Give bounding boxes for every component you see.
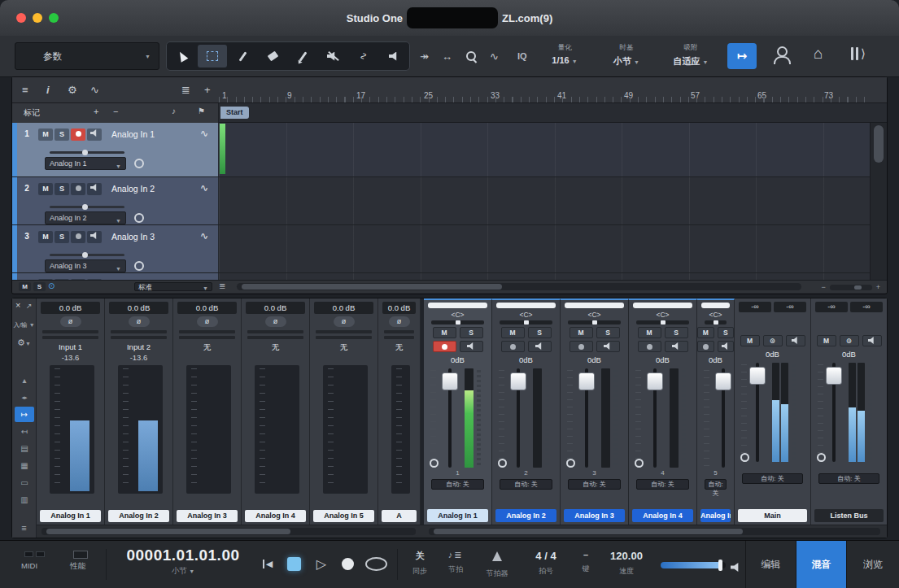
snap-dropdown[interactable]: 吸附 自适应 ▼	[661, 43, 721, 68]
input-hw-label[interactable]: Analog In 2	[108, 510, 169, 522]
inputs-filter-icon[interactable]: ↦	[15, 407, 34, 422]
input-hw-label[interactable]: Analog In 4	[245, 510, 306, 522]
phase-invert-button[interactable]: ø	[60, 316, 81, 327]
quantize-dropdown[interactable]: 量化 1/16 ▼	[539, 43, 591, 65]
record-button[interactable]	[337, 553, 358, 574]
phase-invert-button[interactable]: ø	[334, 316, 355, 327]
volume-value[interactable]: 0dB	[629, 355, 696, 365]
buses-filter-icon[interactable]: ▭	[12, 474, 37, 491]
cue-mix-knob[interactable]	[430, 459, 439, 468]
insert-slot[interactable]	[316, 330, 372, 333]
mute-button[interactable]: M	[638, 327, 661, 338]
listen-bus-strip[interactable]: -∞ -∞ M ⊙ 0dB	[811, 298, 887, 525]
macro-button[interactable]: ∿	[490, 50, 499, 63]
volume-handle[interactable]	[718, 560, 722, 571]
insert-slot[interactable]	[179, 330, 235, 333]
close-icon[interactable]: ×	[15, 300, 20, 310]
channel-name-label[interactable]: Analog In 2	[495, 509, 556, 522]
channel-strip[interactable]: <C> M S 0dB 3	[561, 298, 629, 525]
channel-name-label[interactable]: Analog In 4	[632, 509, 693, 522]
home-button[interactable]: ⌂	[814, 45, 823, 63]
track-input-select[interactable]: Analog In 3▼	[45, 259, 126, 272]
metronome-toggle[interactable]: 节拍器	[480, 550, 514, 579]
monitor-button[interactable]	[87, 231, 102, 243]
solo-button[interactable]: S	[55, 231, 69, 243]
fader-handle[interactable]	[442, 372, 458, 390]
listen-tool-button[interactable]	[380, 45, 408, 68]
insert-slot[interactable]	[384, 336, 414, 339]
monitor-button[interactable]	[718, 341, 735, 352]
sync-toggle[interactable]: 关 同步	[405, 550, 434, 577]
track-row[interactable]: 1 M S Analog In 1 ∿ Analog In 1▼	[12, 123, 870, 177]
precount-controls[interactable]: ♪≣ 节拍	[441, 550, 470, 575]
volume-value[interactable]: 0dB	[697, 355, 734, 365]
insert-slot[interactable]	[384, 330, 414, 333]
mute-button[interactable]: M	[501, 327, 525, 338]
insert-slot[interactable]	[42, 336, 98, 339]
timeline-ruler[interactable]: 1 9 17 25 33 41 49 57 65 73	[219, 77, 870, 102]
cue-mix-knob[interactable]	[635, 459, 644, 468]
monitor-button[interactable]	[87, 183, 102, 195]
stereo-width-bar[interactable]	[496, 303, 556, 308]
input-gain-display[interactable]: 0.0 dB	[177, 302, 237, 314]
eraser-tool-button[interactable]	[259, 45, 287, 68]
pan-value[interactable]: <C>	[424, 310, 491, 320]
stop-button[interactable]	[283, 553, 304, 574]
track-header[interactable]: 1 M S Analog In 1 ∿ Analog In 1▼	[12, 123, 219, 176]
track-name[interactable]: Analog In 1	[111, 129, 155, 139]
insert-slot[interactable]	[247, 336, 303, 339]
track-input-select[interactable]: Analog In 2▼	[45, 211, 126, 224]
zoom-tool-button[interactable]	[465, 50, 477, 62]
io-section-toggle[interactable]: 入/输 ▼	[12, 321, 36, 329]
track-color-strip[interactable]	[12, 177, 17, 224]
time-display[interactable]: 00001.01.01.00 小节 ▼	[114, 547, 252, 577]
track-volume-slider[interactable]	[50, 206, 124, 208]
mono-button[interactable]: ⊙	[840, 335, 859, 346]
volume-value[interactable]: 0dB	[735, 349, 810, 359]
record-arm-button[interactable]	[71, 183, 85, 195]
mute-button[interactable]: M	[38, 231, 53, 243]
mixer-menu-icon[interactable]: ≡	[12, 523, 36, 533]
monitor-button[interactable]	[596, 341, 620, 352]
track-header[interactable]: 4 M S Analog In 4 ∿	[12, 273, 219, 280]
arrow-tool-button[interactable]	[168, 45, 196, 68]
channel-name-label[interactable]: Analog In 3	[564, 509, 625, 522]
pan-slider[interactable]	[500, 320, 552, 324]
key-signature[interactable]: – 键	[574, 550, 597, 574]
solo-button[interactable]: S	[718, 327, 735, 338]
channel-name-label[interactable]: Listen Bus	[814, 509, 884, 522]
insert-slot[interactable]	[247, 330, 303, 333]
input-name[interactable]: 无	[310, 342, 377, 352]
insert-slot[interactable]	[111, 330, 167, 333]
headphones-button[interactable]	[862, 335, 882, 346]
mute-button[interactable]: M	[817, 335, 836, 346]
input-quantize-button[interactable]: IQ	[517, 51, 527, 61]
play-button[interactable]: ▷	[311, 553, 332, 574]
timestretch-button[interactable]: ↔	[442, 50, 452, 63]
stereo-width-bar[interactable]	[701, 303, 730, 308]
tempo-display[interactable]: 120.00 速度	[604, 550, 649, 577]
insert-slot[interactable]	[179, 336, 235, 339]
stereo-width-bar[interactable]	[428, 303, 487, 308]
follow-playhead-button[interactable]: ↠	[420, 50, 429, 63]
mute-button[interactable]: M	[740, 335, 760, 346]
channel-strip[interactable]: <C> M S 0dB 2	[492, 298, 561, 525]
flag-icon[interactable]: ⚑	[198, 107, 205, 115]
track-row[interactable]: 4 M S Analog In 4 ∿	[12, 273, 870, 280]
track-volume-slider[interactable]	[50, 151, 124, 154]
phase-invert-button[interactable]: ø	[265, 316, 286, 327]
input-gain-display[interactable]: 0.0 dB	[314, 302, 373, 314]
track-input-select[interactable]: Analog In 1▼	[45, 157, 126, 170]
input-strip[interactable]: 0.0 dB ø 无 A	[378, 298, 421, 525]
automation-mode[interactable]: 自动: 关	[705, 479, 727, 490]
channel-name-label[interactable]: Main	[738, 509, 807, 522]
track-name[interactable]: Analog In 2	[111, 184, 155, 194]
banks-filter-icon[interactable]: ▤	[12, 440, 37, 457]
cue-mix-knob[interactable]	[498, 459, 507, 468]
mute-button[interactable]: M	[433, 327, 456, 338]
track-header[interactable]: 3 M S Analog In 3 ∿ Analog In 3▼	[12, 225, 219, 272]
cue-mix-knob[interactable]	[817, 453, 826, 462]
record-arm-button[interactable]	[638, 341, 661, 352]
input-hw-label[interactable]: A	[382, 510, 417, 522]
fader-handle[interactable]	[749, 367, 766, 385]
